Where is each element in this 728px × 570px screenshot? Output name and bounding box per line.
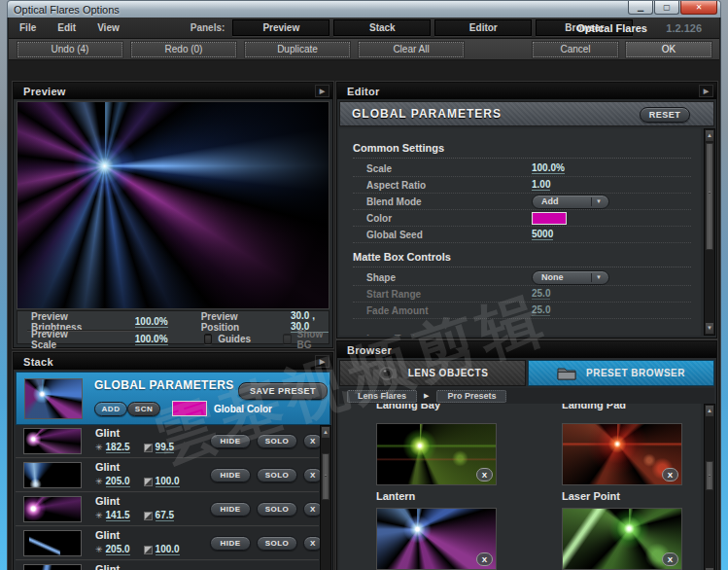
brightness-value[interactable]: 182.5 xyxy=(106,442,130,453)
browser-panel-title: Browser xyxy=(347,344,392,356)
glint-thumbnail[interactable] xyxy=(23,564,82,570)
solo-button[interactable]: SOLO xyxy=(257,502,297,517)
tab-preset-browser[interactable]: PRESET BROWSER xyxy=(528,360,714,386)
show-bg-checkbox[interactable] xyxy=(283,334,292,344)
scroll-up-icon[interactable]: ▲ xyxy=(322,427,329,438)
scn-mode-button[interactable]: SCN xyxy=(127,402,160,416)
panel-button-editor[interactable]: Editor xyxy=(434,19,532,36)
stack-row[interactable]: Glint ✳ 205.0 100.0 HIDE SOLO X xyxy=(16,459,319,492)
guides-checkbox[interactable] xyxy=(204,334,213,344)
preview-brightness-value[interactable]: 100.0% xyxy=(135,316,168,328)
ok-button[interactable]: OK xyxy=(626,42,711,57)
param-value[interactable]: 5000 xyxy=(532,229,553,240)
stack-panel-header[interactable]: Stack ▶ xyxy=(14,353,332,370)
global-color-label: Global Color xyxy=(214,404,272,414)
param-value[interactable]: 1.00 xyxy=(532,179,550,191)
reset-button[interactable]: RESET xyxy=(640,107,690,123)
breadcrumb-arrow-icon: ▶ xyxy=(424,392,429,400)
menu-file[interactable]: File xyxy=(9,22,47,33)
solo-button[interactable]: SOLO xyxy=(257,434,297,448)
breadcrumb-lens-flares[interactable]: Lens Flares xyxy=(347,390,417,403)
hide-button[interactable]: HIDE xyxy=(210,434,251,448)
scroll-up-icon[interactable]: ▲ xyxy=(706,406,713,416)
browser-panel-header[interactable]: Browser xyxy=(337,341,716,358)
param-label: Global Seed xyxy=(366,230,532,240)
folder-icon xyxy=(557,366,576,380)
desktop-background: Optical Flares Options ▁ ▢ ✕ File Edit V… xyxy=(0,0,728,570)
scale-value[interactable]: 67.5 xyxy=(156,510,174,521)
solo-button[interactable]: SOLO xyxy=(257,468,297,482)
scale-value[interactable]: 100.0 xyxy=(156,476,180,487)
close-button[interactable]: ✕ xyxy=(680,1,717,15)
panel-collapse-icon[interactable]: ▶ xyxy=(315,355,329,368)
undo-button[interactable]: Undo (4) xyxy=(17,42,122,57)
preset-thumbnail-laser-point[interactable]: X xyxy=(562,423,682,485)
hide-button[interactable]: HIDE xyxy=(210,468,251,482)
scale-value[interactable]: 100.0 xyxy=(156,544,180,555)
stack-selected-row[interactable]: GLOBAL PARAMETERS ADD SCN Global Color S… xyxy=(16,372,330,425)
panel-collapse-icon[interactable]: ▶ xyxy=(699,85,713,97)
minimize-button[interactable]: ▁ xyxy=(628,1,653,15)
scroll-down-icon[interactable]: ▼ xyxy=(706,323,713,334)
stack-row[interactable]: Glint ✳ 205.0 100.0 HIDE SOLO X xyxy=(16,561,319,570)
blend-mode-dropdown[interactable]: Add ▼ xyxy=(532,195,609,209)
maximize-button[interactable]: ▢ xyxy=(654,1,679,15)
param-value[interactable]: 100.0% xyxy=(532,162,565,174)
param-value[interactable]: 25.0 xyxy=(532,288,550,300)
stack-row[interactable]: Glint ✳ 182.5 99.5 HIDE SOLO X xyxy=(16,425,319,458)
save-preset-button[interactable]: SAVE PRESET xyxy=(238,382,328,400)
stack-row[interactable]: Glint ✳ 205.0 100.0 HIDE SOLO X xyxy=(16,527,319,560)
param-value[interactable]: 25.0 xyxy=(532,304,550,316)
scrollbar-thumb[interactable] xyxy=(706,461,713,490)
glint-thumbnail[interactable] xyxy=(23,428,82,454)
brightness-value[interactable]: 205.0 xyxy=(106,476,130,487)
color-swatch[interactable] xyxy=(532,212,567,225)
scroll-up-icon[interactable]: ▲ xyxy=(706,130,713,141)
section-title: Common Settings xyxy=(353,142,444,154)
editor-panel-header[interactable]: Editor ▶ xyxy=(337,83,716,99)
hide-button[interactable]: HIDE xyxy=(210,536,251,551)
glint-thumbnail[interactable] xyxy=(23,462,82,488)
stack-scrollbar[interactable]: ▲ ▼ xyxy=(320,425,331,570)
brightness-value[interactable]: 205.0 xyxy=(106,544,130,555)
global-parameters-thumbnail[interactable] xyxy=(24,378,83,419)
shape-dropdown[interactable]: None ▼ xyxy=(532,270,609,285)
preview-scale-value[interactable]: 100.0% xyxy=(135,334,168,345)
browser-scrollbar[interactable]: ▲ ▼ xyxy=(704,404,715,570)
scrollbar-thumb[interactable] xyxy=(322,453,329,500)
tab-lens-objects[interactable]: LENS OBJECTS xyxy=(339,360,526,386)
scrollbar-thumb[interactable] xyxy=(706,143,713,250)
menu-edit[interactable]: Edit xyxy=(47,22,87,33)
panel-collapse-icon[interactable]: ▶ xyxy=(315,85,329,97)
preview-flare-image[interactable] xyxy=(17,101,329,309)
panel-button-stack[interactable]: Stack xyxy=(333,19,431,36)
redo-button[interactable]: Redo (0) xyxy=(131,42,236,57)
duplicate-button[interactable]: Duplicate xyxy=(245,42,350,57)
editor-scrollbar[interactable]: ▲ ▼ xyxy=(704,128,715,336)
global-color-swatch[interactable] xyxy=(172,401,207,416)
add-mode-button[interactable]: ADD xyxy=(94,402,127,416)
delete-preset-button[interactable]: X xyxy=(662,468,678,481)
cancel-button[interactable]: Cancel xyxy=(533,42,618,57)
glint-thumbnail[interactable] xyxy=(23,496,82,522)
scale-value[interactable]: 99.5 xyxy=(156,442,174,453)
breadcrumb-pro-presets[interactable]: Pro Presets xyxy=(436,390,506,403)
menu-view[interactable]: View xyxy=(87,22,130,33)
preset-thumbnail-laser-stairs[interactable]: X xyxy=(562,508,682,570)
brightness-value[interactable]: 141.5 xyxy=(106,510,130,521)
preview-panel-title: Preview xyxy=(23,86,66,97)
title-bar[interactable]: Optical Flares Options ▁ ▢ ✕ xyxy=(7,0,721,18)
glint-thumbnail[interactable] xyxy=(23,530,82,556)
hide-button[interactable]: HIDE xyxy=(210,502,251,517)
stack-row[interactable]: Glint ✳ 141.5 67.5 HIDE SOLO X xyxy=(16,493,319,526)
panel-button-preview[interactable]: Preview xyxy=(232,19,329,36)
preset-thumbnail-laser-show[interactable]: X xyxy=(376,508,497,570)
delete-preset-button[interactable]: X xyxy=(476,552,493,566)
solo-button[interactable]: SOLO xyxy=(257,536,297,551)
preview-panel-header[interactable]: Preview ▶ xyxy=(14,83,332,99)
param-label: Shape xyxy=(366,272,532,283)
delete-preset-button[interactable]: X xyxy=(476,468,493,481)
delete-preset-button[interactable]: X xyxy=(662,552,678,566)
clear-all-button[interactable]: Clear All xyxy=(359,42,464,57)
preset-thumbnail-lantern[interactable]: X xyxy=(376,423,497,485)
